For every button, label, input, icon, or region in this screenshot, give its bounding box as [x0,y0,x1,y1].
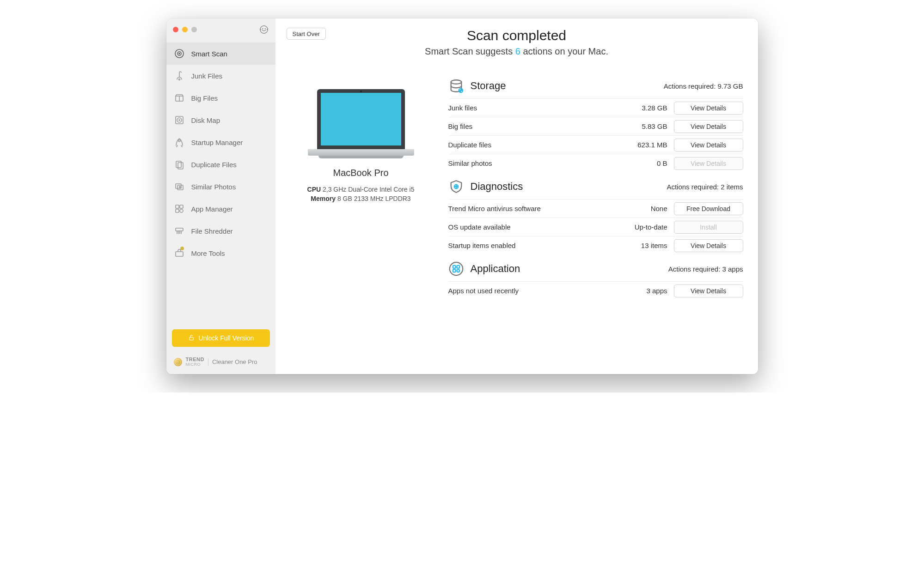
view-details-button[interactable]: View Details [674,139,743,151]
row-apps-not-used: Apps not used recently 3 apps View Detai… [448,281,743,300]
sidebar-item-label: Similar Photos [191,183,236,191]
device-name: MacBook Pro [285,168,437,178]
shredder-icon [174,225,185,236]
svg-rect-19 [176,209,179,212]
svg-rect-13 [178,163,183,169]
section-meta: Actions required: 3 apps [668,265,743,273]
target-icon [174,48,185,59]
sidebar-item-more-tools[interactable]: More Tools [166,242,275,264]
row-value: 5.83 GB [618,122,674,130]
free-download-button[interactable]: Free Download [674,202,743,215]
svg-point-31 [457,269,459,272]
row-value: 623.1 MB [618,141,674,149]
sidebar: Smart Scan Junk Files Big Files Disk Map… [166,18,275,374]
titlebar [166,18,275,41]
start-over-button[interactable]: Start Over [287,28,326,40]
sidebar-item-junk-files[interactable]: Junk Files [166,65,275,87]
duplicate-icon [174,159,185,170]
cpu-spec: CPU 2,3 GHz Dual-Core Intel Core i5 [285,186,437,193]
trend-micro-logo-icon [174,358,182,366]
rocket-icon [174,137,185,148]
row-duplicate-files: Duplicate files 623.1 MB View Details [448,135,743,154]
view-details-button[interactable]: View Details [674,120,743,133]
sidebar-item-duplicate-files[interactable]: Duplicate Files [166,153,275,176]
results-panel: Storage Actions required: 9.73 GB Junk f… [448,75,743,365]
page-title: Scan completed [290,28,743,43]
section-meta: Actions required: 9.73 GB [664,82,743,90]
disk-icon [174,115,185,126]
sidebar-bottom: Unlock Full Version [166,324,275,352]
section-title: Storage [471,80,506,92]
svg-point-27 [449,262,462,275]
section-title: Diagnostics [471,181,523,193]
svg-point-10 [179,120,180,121]
sidebar-item-label: Smart Scan [191,50,227,58]
install-button: Install [674,221,743,234]
svg-rect-22 [176,252,183,256]
sidebar-item-similar-photos[interactable]: Similar Photos [166,176,275,198]
app-window: Smart Scan Junk Files Big Files Disk Map… [166,18,758,374]
sidebar-item-label: Junk Files [191,72,223,80]
section-meta: Actions required: 2 items [667,183,743,191]
svg-point-1 [262,29,263,29]
storage-icon [448,78,464,94]
svg-point-20 [180,209,183,212]
sidebar-item-file-shredder[interactable]: File Shredder [166,220,275,242]
device-panel: MacBook Pro CPU 2,3 GHz Dual-Core Intel … [285,75,437,365]
row-value: 13 items [618,242,674,249]
row-value: 3 apps [618,287,674,295]
view-details-button[interactable]: View Details [674,284,743,297]
brand-footer: TREND MICRO Cleaner One Pro [166,352,275,374]
application-icon [448,261,464,277]
page-subtitle: Smart Scan suggests 6 actions on your Ma… [290,46,743,57]
content: MacBook Pro CPU 2,3 GHz Dual-Core Intel … [275,61,758,374]
svg-point-11 [178,140,180,142]
row-os-update: OS update available Up-to-date Install [448,218,743,236]
sidebar-item-big-files[interactable]: Big Files [166,87,275,109]
sidebar-item-label: Disk Map [191,116,220,124]
section-diagnostics: Diagnostics Actions required: 2 items Tr… [448,176,743,254]
row-startup-items: Startup items enabled 13 items View Deta… [448,236,743,254]
sidebar-item-label: More Tools [191,249,225,257]
action-count: 6 [515,46,520,56]
sidebar-item-app-manager[interactable]: App Manager [166,198,275,220]
close-window[interactable] [173,27,178,32]
maximize-window[interactable] [191,27,197,32]
sidebar-item-label: File Shredder [191,227,233,235]
main-panel: Start Over Scan completed Smart Scan sug… [275,18,758,374]
support-icon[interactable] [259,24,269,35]
notification-dot [180,247,184,250]
svg-rect-12 [176,161,181,168]
row-junk-files: Junk files 3.28 GB View Details [448,98,743,117]
product-name: Cleaner One Pro [212,358,257,365]
sidebar-item-label: Big Files [191,94,218,102]
sidebar-item-startup-manager[interactable]: Startup Manager [166,131,275,153]
minimize-window[interactable] [182,27,188,32]
sidebar-item-label: Duplicate Files [191,161,237,169]
section-application: Application Actions required: 3 apps App… [448,258,743,300]
row-antivirus: Trend Micro antivirus software None Free… [448,199,743,218]
view-details-button[interactable]: View Details [674,239,743,252]
brand-divider [208,358,208,366]
brand-name: TREND MICRO [186,357,204,367]
lock-open-icon [188,334,195,343]
laptop-illustration [308,89,414,158]
svg-point-5 [179,53,180,54]
svg-rect-28 [453,266,455,268]
sidebar-item-disk-map[interactable]: Disk Map [166,109,275,131]
window-controls [173,27,197,32]
svg-point-9 [177,118,182,122]
svg-point-24 [451,80,461,84]
svg-point-6 [178,79,180,80]
sidebar-item-smart-scan[interactable]: Smart Scan [166,42,275,65]
svg-rect-30 [453,269,455,272]
svg-rect-17 [176,205,179,208]
unlock-full-version-button[interactable]: Unlock Full Version [172,329,270,347]
main-header: Start Over Scan completed Smart Scan sug… [275,18,758,61]
view-details-button[interactable]: View Details [674,102,743,115]
diagnostics-icon [448,179,464,194]
row-value: 0 B [618,159,674,167]
row-value: 3.28 GB [618,104,674,112]
row-value: None [618,205,674,212]
svg-rect-23 [190,337,193,340]
